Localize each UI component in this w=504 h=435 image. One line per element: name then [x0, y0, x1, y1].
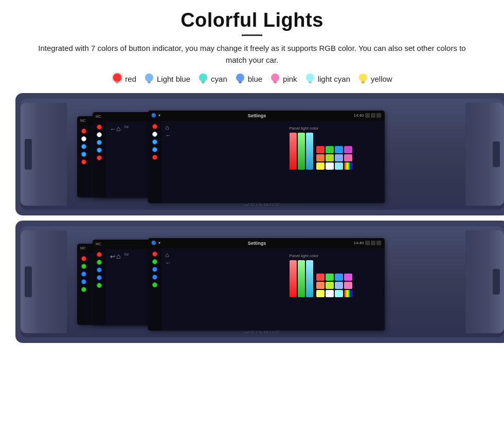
home-icon-bot: ⌂ [166, 251, 169, 259]
sq-5 [326, 154, 334, 161]
sc-btn-3 [81, 144, 86, 149]
sc-sidebar-bot2 [93, 249, 106, 325]
svg-point-1 [113, 74, 121, 82]
sq-10 [335, 162, 343, 170]
svg-point-9 [271, 74, 279, 82]
page-title: Colorful Lights [181, 9, 323, 31]
sq-bot-4 [316, 282, 325, 289]
back-arrow-bot: ← [166, 260, 171, 266]
ctrl-bot-1 [365, 241, 370, 245]
sq-9 [326, 162, 334, 170]
sc-btn-a [97, 124, 102, 130]
svg-point-3 [145, 74, 153, 82]
main-screen-top: 🔵 ▾ Settings 14:40 [148, 111, 385, 203]
main-btn-5 [152, 155, 157, 160]
topbar-controls-bot [365, 241, 381, 245]
back-arrow: ← [166, 132, 171, 138]
sc-btn-c4 [97, 275, 102, 280]
car-body-top: MC [21, 99, 504, 210]
sq-bot-5 [326, 282, 334, 289]
settings-label: Settings [248, 113, 266, 118]
sq-bot-2 [335, 274, 343, 281]
main-btn-3 [152, 139, 157, 144]
sc-home-bot2: ⌂ [116, 252, 120, 260]
bulb-icon-blue [235, 72, 246, 86]
displays-section: MC [15, 93, 489, 343]
plc-bar-red [290, 133, 297, 170]
sc-btn-4 [81, 152, 86, 157]
bt-icon-bot: 🔵 [151, 241, 156, 245]
main-btn-1 [152, 124, 157, 129]
bulb-icon-yellow [357, 72, 369, 86]
plc-bars-grid [290, 133, 380, 170]
svg-rect-6 [202, 81, 205, 83]
topbar-right: 14:40 [353, 113, 381, 118]
main-sc-sidebar-bot [148, 248, 161, 331]
sc-btn-c2 [97, 260, 102, 265]
plc-squares-top [316, 146, 352, 170]
color-item-red: red [112, 72, 136, 86]
settings-label-bot: Settings [248, 241, 266, 246]
main-topbar-bot: 🔵 ▾ Settings 14:40 [148, 238, 385, 248]
main-btn-4 [152, 147, 157, 152]
sc-btn-b3 [81, 271, 86, 277]
main-topbar: 🔵 ▾ Settings 14:40 [148, 111, 385, 121]
color-label-cyan: cyan [211, 75, 227, 83]
sc-btn-c3 [97, 267, 102, 273]
car-unit-bottom: MC [15, 221, 504, 343]
sq-6 [335, 154, 343, 161]
sc-btn-b2 [81, 264, 86, 269]
svg-rect-10 [274, 81, 277, 83]
plc-bar-green-bot [298, 260, 305, 297]
sc-sidebar-2 [93, 121, 106, 197]
topbar-right-bot: 14:40 [353, 241, 381, 245]
ctrl-bot-2 [371, 241, 375, 245]
sc-btn-b [97, 132, 102, 137]
svg-rect-8 [239, 81, 242, 83]
sc-sidebar [77, 125, 91, 197]
main-btn-bot-4 [152, 275, 157, 280]
svg-rect-4 [148, 81, 151, 83]
ctrl-bot-3 [376, 241, 381, 245]
color-item-cyan: cyan [197, 72, 227, 86]
color-label-lightcyan: light cyan [318, 75, 350, 83]
time-display: 14:40 [353, 113, 364, 118]
sq-8 [316, 162, 325, 170]
sq-bot-1 [326, 274, 334, 281]
sc-home-2: ⌂ [116, 124, 120, 133]
sq-bot-9 [326, 290, 334, 297]
sc-btn-e [97, 155, 102, 160]
main-sc-main: ⌂ ← Panel light color [161, 121, 385, 203]
plc-bar-cyan-bot [306, 260, 313, 297]
sq-11 [344, 162, 352, 170]
sc-label-2: Se [124, 124, 129, 129]
sc-btn-b1 [81, 256, 86, 261]
sq-bot-11 [344, 290, 352, 297]
bracket-right-bottom [465, 230, 504, 333]
plc-bars-grid-bot [290, 260, 380, 297]
plc-bars-bot [290, 260, 313, 297]
sq-bot-0 [316, 274, 325, 281]
sc-label-bot2: Se [124, 252, 129, 257]
plc-squares-bot [316, 274, 352, 297]
screens-area-bottom: MC [67, 233, 465, 331]
topbar-left: 🔵 ▾ [151, 113, 160, 118]
color-item-lightblue: Light blue [143, 72, 190, 86]
sc-btn-b5 [81, 287, 86, 292]
sq-4 [316, 154, 325, 161]
screens-area-top: MC [67, 105, 465, 203]
sc-btn-c5 [97, 283, 102, 288]
color-label-pink: pink [283, 75, 297, 83]
bracket-left-top [21, 103, 67, 206]
plc-bars [290, 133, 313, 170]
wifi-icon: ▾ [158, 113, 160, 118]
sq-1 [326, 146, 334, 153]
description-text: Integrated with 7 colors of button indic… [31, 42, 473, 66]
main-btn-bot-3 [152, 267, 157, 272]
sc-btn-5 [81, 159, 86, 165]
bulb-icon-lightcyan [304, 72, 316, 86]
main-btn-2 [152, 132, 157, 137]
color-label-red: red [125, 75, 136, 83]
svg-point-7 [236, 74, 244, 82]
bt-icon: 🔵 [151, 113, 156, 118]
